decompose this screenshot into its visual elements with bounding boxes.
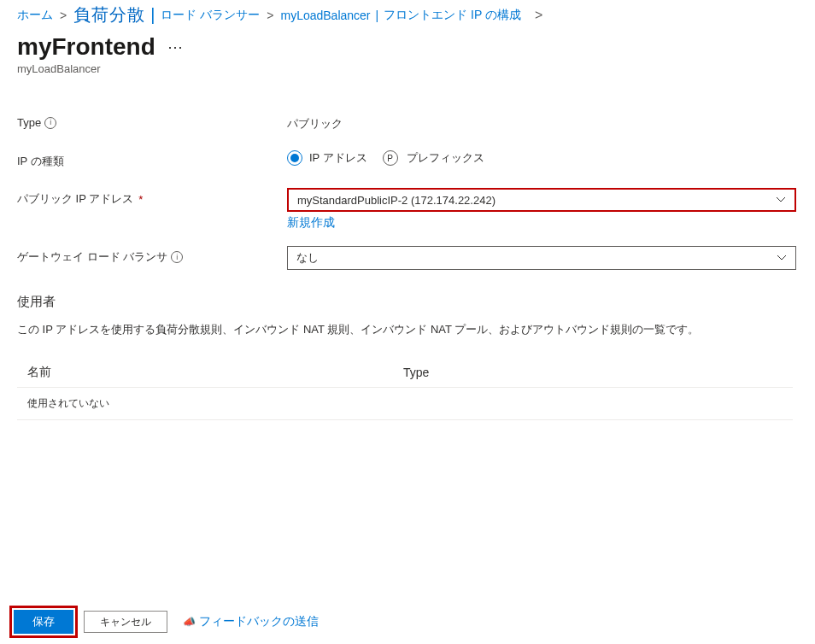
breadcrumb: ホーム > 負荷分散 | ロード バランサー > myLoadBalancer … bbox=[0, 0, 815, 26]
gateway-lb-label: ゲートウェイ ロード バランサ bbox=[17, 249, 167, 265]
chevron-down-icon bbox=[777, 253, 787, 263]
footer-bar: 保存 キャンセル 📣 フィードバックの送信 bbox=[0, 610, 815, 634]
page-subtitle: myLoadBalancer bbox=[17, 62, 798, 75]
pipe-separator: | bbox=[150, 5, 155, 25]
used-by-title: 使用者 bbox=[0, 294, 815, 310]
chevron-right-icon: > bbox=[535, 8, 542, 23]
breadcrumb-home[interactable]: ホーム bbox=[17, 8, 53, 23]
megaphone-icon: 📣 bbox=[183, 616, 196, 628]
type-value: パブリック bbox=[287, 113, 798, 132]
preview-badge-icon: P bbox=[383, 150, 398, 166]
radio-ip-address-label: IP アドレス bbox=[309, 150, 367, 166]
radio-ip-address[interactable] bbox=[287, 150, 302, 166]
chevron-right-icon: > bbox=[267, 9, 273, 22]
gateway-lb-selected-value: なし bbox=[296, 250, 319, 266]
page-title: myFrontend bbox=[17, 33, 155, 61]
info-icon[interactable]: i bbox=[171, 251, 183, 263]
info-icon[interactable]: i bbox=[44, 117, 56, 129]
create-new-public-ip-link[interactable]: 新規作成 bbox=[287, 215, 335, 231]
pipe-separator: | bbox=[376, 9, 379, 22]
breadcrumb-resource[interactable]: myLoadBalancer bbox=[280, 9, 370, 22]
public-ip-dropdown[interactable]: myStandardPublicIP-2 (172.174.22.242) bbox=[287, 188, 796, 212]
empty-row-text: 使用されていない bbox=[17, 388, 793, 420]
page-header: myFrontend ⋯ myLoadBalancer bbox=[0, 26, 815, 75]
more-actions-icon[interactable]: ⋯ bbox=[167, 38, 183, 56]
breadcrumb-loadbalancing[interactable]: 負荷分散 bbox=[73, 3, 145, 26]
cancel-button[interactable]: キャンセル bbox=[84, 611, 167, 633]
save-button[interactable]: 保存 bbox=[14, 610, 73, 634]
ip-kind-label: IP の種類 bbox=[17, 154, 64, 169]
breadcrumb-loadbalancers[interactable]: ロード バランサー bbox=[161, 8, 260, 23]
used-by-description: この IP アドレスを使用する負荷分散規則、インバウンド NAT 規則、インバウ… bbox=[0, 310, 815, 337]
type-label: Type bbox=[17, 116, 41, 129]
chevron-down-icon bbox=[776, 195, 786, 205]
table-row: 使用されていない bbox=[17, 388, 793, 420]
gateway-lb-dropdown[interactable]: なし bbox=[287, 246, 796, 270]
public-ip-selected-value: myStandardPublicIP-2 (172.174.22.242) bbox=[297, 194, 495, 207]
radio-prefix-label: プレフィックス bbox=[407, 150, 484, 166]
col-header-name[interactable]: 名前 bbox=[17, 358, 393, 388]
breadcrumb-blade[interactable]: フロントエンド IP の構成 bbox=[384, 8, 521, 23]
used-by-table: 名前 Type 使用されていない bbox=[17, 358, 793, 420]
col-header-type[interactable]: Type bbox=[393, 358, 793, 388]
chevron-right-icon: > bbox=[60, 9, 67, 22]
form-area: Type i パブリック IP の種類 IP アドレス P プレフィックス パブ… bbox=[0, 75, 815, 270]
feedback-label: フィードバックの送信 bbox=[199, 614, 319, 629]
feedback-link[interactable]: 📣 フィードバックの送信 bbox=[183, 614, 319, 629]
public-ip-label: パブリック IP アドレス bbox=[17, 191, 133, 207]
required-indicator: * bbox=[138, 193, 143, 206]
